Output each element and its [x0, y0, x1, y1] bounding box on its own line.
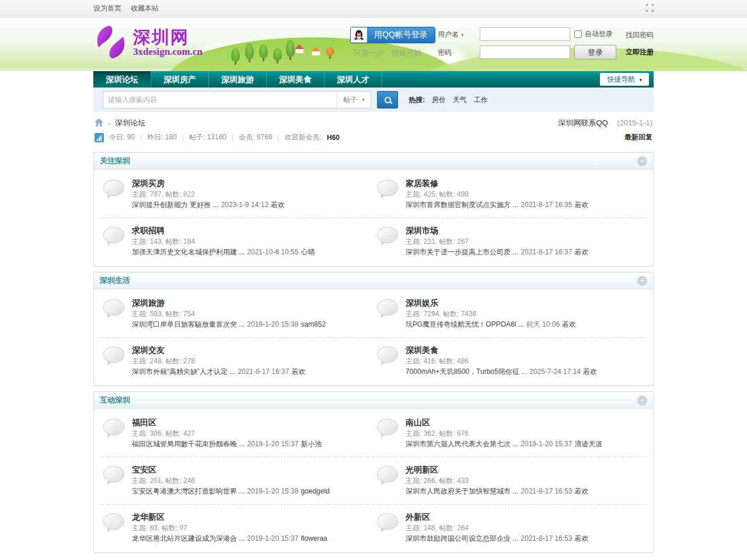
- auto-login-checkbox[interactable]: [574, 30, 582, 38]
- forum-item: 光明新区 主题: 266, 帖数: 433 深圳市人民政府关于加快智慧城市 ..…: [374, 457, 647, 505]
- category-block: 深圳生活 − 深圳旅游 主题: 593, 帖数: 754 深圳湾口岸单日旅客驗放…: [93, 272, 654, 386]
- forum-link[interactable]: 求职招聘: [132, 225, 165, 236]
- forum-link[interactable]: 外新区: [406, 512, 430, 523]
- breadcrumb-current[interactable]: 深圳论坛: [115, 118, 145, 128]
- contact-date: (2015-1-1): [617, 118, 652, 127]
- forum-link[interactable]: 深圳市场: [406, 225, 438, 236]
- lastpost-date: 2021-10-6 10:55: [247, 248, 298, 256]
- home-icon[interactable]: [95, 118, 103, 128]
- lastpost-link[interactable]: 深圳湾口岸单日旅客驗放量首次突 ...: [132, 320, 245, 328]
- chevron-down-icon[interactable]: ▾: [461, 28, 464, 42]
- search-icon: [385, 97, 391, 103]
- lastpost-link[interactable]: 深圳市鼓励跨国公司设立总部企业 ...: [406, 534, 518, 542]
- lastpost-user[interactable]: 若欢: [574, 201, 588, 209]
- quick-nav-button[interactable]: 快捷导航 ▾: [600, 73, 649, 86]
- chart-icon: [95, 133, 104, 142]
- lastpost-link[interactable]: 7000mAh+天玑8500，Turbo5陪你征 ...: [406, 368, 527, 376]
- forum-bubble-icon: [377, 346, 398, 363]
- collapse-icon[interactable]: −: [637, 276, 647, 286]
- lastpost-user[interactable]: 新小池: [301, 440, 322, 448]
- lastpost-link[interactable]: 宝安区粤港澳大灣区打造影响世界 ...: [132, 487, 245, 495]
- lastpost-user[interactable]: 浪迹天涯: [574, 440, 602, 448]
- category-title[interactable]: 关注深圳: [100, 156, 130, 166]
- search-button[interactable]: [377, 91, 398, 108]
- logo-icon: [93, 24, 128, 61]
- category-title[interactable]: 互动深圳: [100, 395, 130, 405]
- username-field[interactable]: [480, 27, 570, 41]
- lastpost-user[interactable]: goedgeld: [301, 487, 329, 495]
- latest-replies-link[interactable]: 最新回复: [624, 132, 652, 142]
- lastpost-date: 2021-8-17 16:37: [521, 248, 572, 256]
- bookmark-link[interactable]: 收藏本站: [131, 4, 159, 13]
- lastpost-link[interactable]: 深圳市首席数据官制度试点实施方 ...: [406, 201, 518, 209]
- forum-link[interactable]: 深圳交友: [132, 345, 165, 356]
- forum-link[interactable]: 光明新区: [406, 464, 438, 475]
- stat-welcome-user[interactable]: H60: [327, 134, 340, 142]
- nav-tab-travel[interactable]: 深圳旅游: [209, 71, 267, 88]
- lastpost-link[interactable]: 深圳市外籍“高精尖缺”人才认定 ...: [132, 368, 235, 376]
- lastpost-user[interactable]: floweraa: [301, 534, 327, 542]
- nav-tab-food[interactable]: 深圳美食: [267, 71, 324, 88]
- find-password-link[interactable]: 找回密码: [626, 30, 654, 40]
- lastpost-user[interactable]: 若欢: [574, 487, 588, 495]
- collapse-icon[interactable]: −: [637, 156, 647, 166]
- forum-item: 深圳市场 主题: 231, 帖数: 267 深圳市关于进一步提高上市公司质 ..…: [374, 218, 647, 265]
- qq-login-button[interactable]: 用QQ帐号登录: [350, 27, 435, 43]
- forum-link[interactable]: 福田区: [132, 417, 156, 428]
- lastpost-link[interactable]: 玩PG魔豆传奇续航无忧！OPPOA6l ...: [406, 320, 524, 328]
- forum-link[interactable]: 深圳美食: [406, 345, 438, 356]
- lastpost-link[interactable]: 龙华区将北站片区建设成为深港合 ...: [132, 534, 245, 542]
- forum-lastpost: 深圳市人民政府关于加快智慧城市 ...2021-8-17 16:53若欢: [406, 486, 588, 497]
- top-utility-bar: 设为首页 收藏本站: [0, 0, 747, 18]
- login-button[interactable]: 登录: [574, 45, 616, 60]
- lastpost-link[interactable]: 深圳市第六届人民代表大会第七次 ...: [406, 440, 518, 448]
- lastpost-user[interactable]: sam852: [301, 320, 326, 328]
- nav-tab-house[interactable]: 深圳房产: [151, 71, 209, 88]
- forum-lastpost: 宝安区粤港澳大灣区打造影响世界 ...2019-1-20 15:38goedge…: [132, 486, 330, 497]
- breadcrumb: › 深圳论坛 深圳网联系QQ (2015-1-1): [93, 112, 654, 131]
- lastpost-user[interactable]: 若欢: [583, 368, 597, 376]
- lastpost-user[interactable]: 若欢: [271, 201, 285, 209]
- nav-tab-forum[interactable]: 深圳论坛: [93, 71, 151, 88]
- forum-bubble-icon: [103, 513, 124, 530]
- category-title[interactable]: 深圳生活: [100, 275, 130, 286]
- lastpost-link[interactable]: 深圳市关于进一步提高上市公司质 ...: [406, 248, 518, 256]
- search-type-select[interactable]: 帖子 ▾: [337, 92, 371, 108]
- lastpost-link[interactable]: 深圳市人民政府关于加快智慧城市 ...: [406, 487, 518, 495]
- forum-link[interactable]: 深圳娱乐: [406, 298, 438, 309]
- lastpost-user[interactable]: 若欢: [574, 248, 588, 256]
- lastpost-user[interactable]: 若欢: [574, 534, 588, 542]
- lastpost-link[interactable]: 加强天津历史文化名城保护利用建 ...: [132, 248, 245, 256]
- forum-link[interactable]: 龙华新区: [132, 512, 165, 523]
- site-logo[interactable]: 深圳网 3xdesign.com.cn: [93, 24, 203, 61]
- forum-bubble-icon: [377, 419, 398, 435]
- lastpost-user[interactable]: 若欢: [291, 368, 305, 376]
- lastpost-user[interactable]: 若欢: [562, 320, 576, 328]
- lastpost-user[interactable]: 心晴: [301, 248, 315, 256]
- register-link[interactable]: 立即注册: [626, 47, 654, 57]
- contact-qq-link[interactable]: 深圳网联系QQ: [558, 118, 608, 127]
- forum-link[interactable]: 宝安区: [132, 464, 156, 475]
- lastpost-date: 2019-1-20 15:38: [247, 320, 298, 328]
- site-domain: 3xdesign.com.cn: [133, 46, 203, 58]
- forum-link[interactable]: 深圳买房: [132, 178, 165, 189]
- forum-bubble-icon: [103, 419, 124, 435]
- hot-link-house-price[interactable]: 房价: [432, 95, 446, 105]
- hot-link-weather[interactable]: 天气: [453, 95, 467, 105]
- password-field[interactable]: [480, 46, 570, 59]
- set-home-link[interactable]: 设为首页: [93, 4, 121, 13]
- forum-link[interactable]: 家居装修: [406, 178, 438, 189]
- forum-bubble-icon: [103, 466, 124, 482]
- nav-tab-talent[interactable]: 深圳人才: [324, 71, 382, 88]
- fullscreen-icon[interactable]: [646, 4, 654, 13]
- search-input[interactable]: [103, 92, 337, 108]
- collapse-icon[interactable]: −: [637, 396, 647, 405]
- hot-link-job[interactable]: 工作: [474, 95, 488, 105]
- quick-nav-label: 快捷导航: [607, 75, 635, 83]
- lastpost-link[interactable]: 深圳提升创新能力 更好推 ...: [132, 201, 219, 209]
- forum-link[interactable]: 南山区: [406, 417, 430, 428]
- lastpost-date: 2019-1-20 15:37: [247, 534, 298, 542]
- forum-link[interactable]: 深圳旅游: [132, 298, 165, 309]
- lastpost-link[interactable]: 福田区城管局用數千花束扮靓春晚 ...: [132, 440, 245, 448]
- forum-bubble-icon: [103, 299, 124, 316]
